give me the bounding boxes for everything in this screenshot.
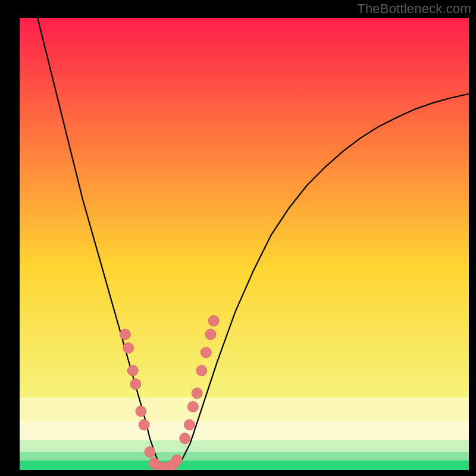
marker-dot — [192, 388, 202, 399]
band-yellow-pale-2 — [20, 421, 469, 440]
marker-dot — [127, 365, 138, 376]
marker-dot — [145, 447, 155, 458]
marker-dot — [205, 329, 216, 340]
marker-dot — [180, 433, 190, 444]
marker-dot — [171, 455, 182, 465]
band-yellow-pale — [20, 397, 469, 421]
marker-dot — [136, 406, 146, 416]
marker-dot — [130, 379, 141, 390]
marker-dot — [196, 365, 207, 376]
chart-svg — [20, 18, 469, 470]
chart-frame: TheBottleneck.com — [0, 0, 476, 476]
marker-dot — [120, 329, 130, 340]
band-green-pale — [20, 440, 469, 452]
marker-dot — [123, 343, 134, 353]
watermark-text: TheBottleneck.com — [357, 1, 471, 17]
band-green-mid — [20, 452, 469, 461]
marker-dot — [184, 419, 195, 430]
band-green-strong — [20, 461, 469, 470]
plot-area — [20, 18, 469, 470]
marker-dot — [201, 347, 211, 358]
marker-dot — [187, 402, 198, 412]
marker-dot — [139, 419, 149, 430]
marker-dot — [208, 315, 219, 326]
